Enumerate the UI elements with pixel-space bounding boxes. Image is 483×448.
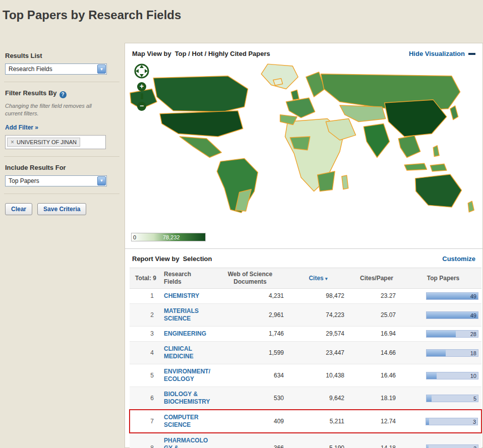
- table-header-row: Total: 9 Research Fields Web of Science …: [130, 268, 481, 289]
- top-papers-bar: 5: [426, 395, 478, 402]
- map-region-uk: [291, 90, 299, 100]
- cites-cell: 98,472: [288, 289, 348, 304]
- clear-button[interactable]: Clear: [5, 203, 32, 215]
- sidebar: Results List Research Fields ▼ Filter Re…: [0, 43, 125, 448]
- cites-per-paper-cell: 16.94: [348, 327, 405, 342]
- top-papers-bar: 28: [426, 330, 478, 338]
- field-cell: ENGINEERING: [162, 327, 212, 342]
- include-results-select[interactable]: Top Papers ▼: [5, 175, 107, 186]
- chevron-down-icon: ▼: [97, 65, 106, 74]
- help-icon[interactable]: ?: [59, 91, 67, 98]
- top-papers-bar-fill: [427, 395, 432, 402]
- map-view-by-label: Map View by: [132, 50, 171, 57]
- field-cell: MATERIALS SCIENCE: [162, 304, 212, 327]
- research-field-link[interactable]: BIOLOGY & BIOCHEMISTRY: [164, 391, 210, 406]
- map-region-iceland: [273, 79, 283, 86]
- research-field-link[interactable]: ENVIRONMENT/ECOLOGY: [164, 368, 210, 383]
- map-region-madagascar: [342, 175, 348, 189]
- research-field-link[interactable]: COMPUTER SCIENCE: [164, 414, 210, 429]
- results-list-select[interactable]: Research Fields ▼: [5, 63, 107, 75]
- filter-box[interactable]: × UNIVERSITY OF JINAN: [5, 135, 106, 149]
- top-papers-cell: 2: [405, 433, 481, 448]
- map-region-mexico: [179, 137, 221, 157]
- cites-per-paper-cell: 25.07: [348, 304, 405, 327]
- report-view-title: Selection: [183, 255, 212, 263]
- research-field-link[interactable]: PHARMACOLOGY & TOXICOLOGY: [164, 437, 210, 448]
- field-cell: COMPUTER SCIENCE: [162, 410, 212, 433]
- sidebar-divider: [4, 194, 119, 194]
- filter-tag-label: UNIVERSITY OF JINAN: [17, 139, 77, 145]
- world-map[interactable]: [126, 61, 479, 217]
- filter-tag: × UNIVERSITY OF JINAN: [7, 138, 80, 147]
- top-papers-bar-fill: [426, 418, 429, 425]
- top-papers-bar-fill: [427, 372, 437, 379]
- rank-cell: 5: [130, 364, 162, 387]
- top-papers-cell: 10: [405, 364, 481, 387]
- table-row: 3 ENGINEERING 1,746 29,574 16.94 28: [130, 327, 481, 342]
- map-controls: + −: [133, 62, 150, 111]
- rank-cell: 2: [130, 304, 162, 327]
- header-wos-documents: Web of Science Documents: [212, 268, 288, 289]
- top-papers-bar-fill: [427, 331, 456, 337]
- report-view-by-label: Report View by: [132, 255, 179, 263]
- cites-cell: 5,211: [288, 410, 348, 433]
- docs-cell: 634: [212, 364, 288, 387]
- header-cites-sort[interactable]: Cites ▾: [288, 268, 348, 289]
- cites-cell: 74,223: [288, 304, 348, 327]
- zoom-slider[interactable]: [141, 93, 143, 99]
- top-papers-bar: 10: [426, 372, 478, 379]
- top-papers-bar: 49: [426, 292, 478, 300]
- field-cell: ENVIRONMENT/ECOLOGY: [162, 364, 212, 387]
- cites-cell: 23,447: [288, 342, 348, 364]
- top-papers-bar-fill: [427, 350, 446, 356]
- zoom-out-button[interactable]: −: [137, 102, 146, 111]
- table-row: 4 CLINICAL MEDICINE 1,599 23,447 14.66 1…: [130, 342, 481, 364]
- field-cell: BIOLOGY & BIOCHEMISTRY: [162, 387, 212, 410]
- top-papers-bar: 2: [426, 444, 478, 448]
- top-papers-value: 28: [470, 331, 476, 338]
- table-row: 6 BIOLOGY & BIOCHEMISTRY 530 9,642 18.19…: [130, 387, 481, 410]
- map-section-header: Map View by Top / Hot / Highly Cited Pap…: [125, 43, 482, 60]
- map-region-indonesia-west: [404, 163, 427, 170]
- report-table: Total: 9 Research Fields Web of Science …: [129, 268, 482, 448]
- research-field-link[interactable]: CHEMISTRY: [164, 292, 210, 300]
- top-papers-bar: 3: [426, 418, 478, 425]
- top-papers-value: 18: [470, 350, 476, 357]
- research-field-link[interactable]: ENGINEERING: [164, 330, 210, 338]
- customize-link[interactable]: Customize: [442, 255, 475, 263]
- top-papers-bar: 18: [426, 349, 478, 357]
- top-papers-value: 5: [473, 395, 476, 403]
- cites-per-paper-cell: 18.19: [348, 387, 405, 410]
- research-field-link[interactable]: MATERIALS SCIENCE: [164, 307, 210, 323]
- research-field-link[interactable]: CLINICAL MEDICINE: [164, 345, 210, 360]
- map-region-canada: [153, 76, 248, 112]
- remove-filter-icon[interactable]: ×: [11, 139, 14, 145]
- add-filter-link[interactable]: Add Filter »: [5, 124, 38, 131]
- cites-per-paper-cell: 14.66: [348, 342, 405, 364]
- page-title: Top Papers by Research Fields: [3, 8, 181, 22]
- map-region-west-europe: [286, 98, 315, 117]
- header-total: Total: 9: [130, 268, 162, 289]
- map-region-south-africa: [318, 171, 335, 191]
- chevron-down-icon: ▼: [97, 176, 106, 185]
- results-list-label: Results List: [5, 52, 118, 59]
- pan-control-icon[interactable]: [133, 62, 150, 80]
- rank-cell: 1: [130, 289, 162, 304]
- filter-results-label: Filter Results By?: [5, 89, 118, 98]
- map-region-philippines: [433, 146, 439, 157]
- save-criteria-button[interactable]: Save Criteria: [37, 203, 86, 215]
- map-region-india: [364, 123, 389, 157]
- header-cites-per-paper: Cites/Paper: [348, 268, 405, 289]
- top-papers-value: 49: [470, 293, 476, 300]
- top-papers-value: 3: [473, 418, 476, 426]
- hide-visualization-link[interactable]: Hide Visualization: [409, 50, 475, 57]
- cites-per-paper-cell: 16.46: [348, 364, 405, 387]
- docs-cell: 1,746: [212, 327, 288, 342]
- table-row: 1 CHEMISTRY 4,231 98,472 23.27 49: [130, 289, 481, 304]
- header-top-papers: Top Papers: [405, 268, 481, 289]
- cites-cell: 29,574: [288, 327, 348, 342]
- header-research-fields: Research Fields: [162, 268, 212, 289]
- zoom-in-button[interactable]: +: [137, 82, 146, 91]
- rank-cell: 6: [130, 387, 162, 410]
- rank-cell: 7: [130, 410, 162, 433]
